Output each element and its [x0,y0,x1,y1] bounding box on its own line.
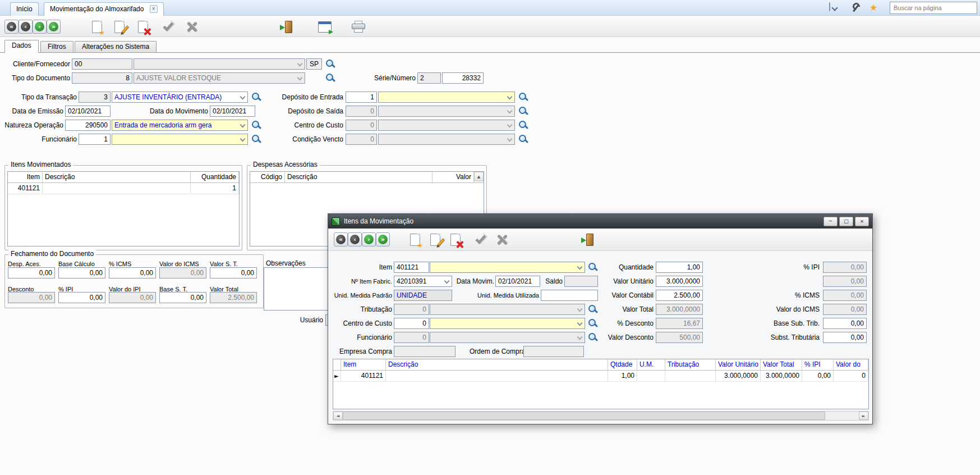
new-record-button[interactable]: ★ [88,19,107,35]
funcionario-code-field[interactable]: 1 [79,134,111,145]
funcionario-lookup-magnifier-icon[interactable] [251,134,261,144]
grid-row[interactable]: ► 401121 1,00 3.000,0000 3.000,0000 0,00… [333,371,868,382]
valor-unitario-field[interactable]: 3.000,0000 [656,276,703,287]
natureza-operacao-lookup-magnifier-icon[interactable] [251,120,261,130]
tab-movimentacao-label: Movimentação do Almoxarifado [50,5,144,13]
grid-horizontal-scrollbar[interactable]: ◄ ► [333,411,869,421]
exit-button[interactable] [277,19,296,35]
valor-st-field[interactable]: 0,00 [210,267,257,278]
nav-prior-button[interactable]: ‹ [19,20,33,34]
minimize-button[interactable]: ─ [823,217,838,226]
condicao-vencto-lookup-magnifier-icon[interactable] [518,134,528,144]
dlg-nav-first-button[interactable]: « [334,232,348,246]
item-code-field[interactable]: 401121 [394,262,429,273]
cancel-button[interactable] [182,19,202,35]
dlg-funcionario-lookup-magnifier-icon[interactable] [588,332,598,342]
numero-field[interactable]: 28332 [442,72,484,84]
dlg-nav-prior-button[interactable]: ‹ [348,232,362,246]
data-emissao-field[interactable]: 02/10/2021 [65,106,111,117]
valor-contabil-field[interactable]: 2.500,00 [656,290,703,301]
print-button[interactable] [349,19,368,35]
funcionario-combo[interactable] [112,134,248,145]
data-movim-field[interactable]: 02/10/2021 [495,276,540,287]
deposito-saida-lookup-magnifier-icon[interactable] [518,106,528,116]
serie-field[interactable]: 2 [417,72,441,84]
maximize-button[interactable]: □ [839,217,853,226]
ordem-compra-field[interactable] [523,346,584,357]
edit-record-button[interactable] [110,19,129,35]
cliente-fornecedor-combo[interactable] [134,58,305,70]
search-input[interactable] [890,2,977,14]
icms-pct-field[interactable]: 0,00 [109,267,156,278]
natureza-operacao-code-field[interactable]: 290500 [65,120,111,131]
col-valor-unitario: Valor Unitário [716,359,761,370]
dlg-edit-button[interactable] [426,231,445,248]
despesas-table-header: Código Descrição Valor [250,172,484,183]
table-row[interactable]: 401121 1 [8,183,239,194]
cliente-lookup-magnifier-icon[interactable] [325,59,335,69]
dlg-delete-button[interactable] [446,231,465,248]
nav-first-button[interactable]: « [4,20,19,34]
nav-last-button[interactable]: » [47,20,61,34]
delete-record-button[interactable] [134,19,153,35]
col-valor-do: Valor do [834,359,868,370]
empresa-compra-field[interactable] [394,346,456,357]
tab-alteracoes[interactable]: Alterações no Sistema [75,41,157,52]
valor-contabil-label: Valor Contábil [597,290,654,301]
centro-custo-lookup-magnifier-icon[interactable] [518,120,528,130]
tab-filtros[interactable]: Filtros [40,41,73,52]
favorites-star-icon[interactable]: ★ [869,3,877,13]
deposito-entrada-code-field[interactable]: 1 [346,92,377,103]
page-tabs: Dados Filtros Alterações no Sistema [0,39,980,53]
dropdown-panel-icon[interactable] [829,3,830,11]
scroll-right-icon[interactable]: ► [859,412,868,420]
quantidade-field[interactable]: 1,00 [656,262,703,273]
item-combo[interactable] [430,262,585,273]
dlg-centro-custo-code-field[interactable]: 0 [394,318,429,329]
tipo-transacao-combo[interactable]: AJUSTE INVENTÁRIO (ENTRADA) [112,92,248,103]
data-movimento-field[interactable]: 02/10/2021 [210,106,255,117]
scroll-up-icon[interactable]: ▲ [474,172,484,181]
unid-utilizada-field[interactable] [541,290,598,301]
tipo-documento-code-field[interactable]: 8 [72,72,132,84]
tipo-documento-combo[interactable]: AJUSTE VALOR ESTOQUE [134,72,305,84]
dialog-titlebar[interactable]: Itens da Movimentação ─ □ × [328,214,872,229]
deposito-entrada-combo[interactable] [378,92,515,103]
natureza-operacao-combo[interactable]: Entrada de mercadoria arm gera [112,120,248,131]
confirm-button[interactable] [158,19,178,35]
base-st-field[interactable]: 0,00 [159,292,206,303]
scroll-left-icon[interactable]: ◄ [333,412,343,420]
cliente-fornecedor-code-field[interactable]: 00 [72,58,132,70]
dlg-cancel-button[interactable] [492,231,512,248]
tipo-transacao-code-field[interactable]: 3 [79,92,111,103]
dlg-centro-custo-combo[interactable] [430,318,585,329]
cliente-fornecedor-label: Cliente/Fornecedor [4,58,70,70]
desp-aces-field[interactable]: 0,00 [8,267,55,278]
base-sub-trib-field[interactable]: 0,00 [823,318,867,329]
dlg-confirm-button[interactable] [471,231,491,248]
item-fabric-combo[interactable]: 42010391 [394,276,452,287]
nav-next-button[interactable]: › [33,20,47,34]
tipo-documento-lookup-magnifier-icon[interactable] [325,73,335,83]
dlg-exit-button[interactable] [578,231,597,248]
item-lookup-magnifier-icon[interactable] [588,262,598,272]
window-export-button[interactable] [315,19,334,35]
dlg-nav-last-button[interactable]: » [376,232,390,246]
deposito-entrada-lookup-magnifier-icon[interactable] [518,92,528,102]
tributacao-lookup-magnifier-icon[interactable] [588,304,598,314]
dlg-centro-custo-lookup-magnifier-icon[interactable] [588,318,598,328]
tab-movimentacao-almoxarifado[interactable]: Movimentação do Almoxarifado × [44,2,164,16]
valor-icms-field: 0,00 [823,304,867,315]
tab-inicio[interactable]: Início [10,2,39,16]
subst-tributaria-field[interactable]: 0,00 [823,332,867,343]
tipo-transacao-lookup-magnifier-icon[interactable] [251,92,261,102]
scrollbar-thumb[interactable] [343,412,825,420]
tab-dados[interactable]: Dados [4,40,39,53]
dlg-nav-next-button[interactable]: › [362,232,376,246]
ipi-pct-field[interactable]: 0,00 [58,292,105,303]
tab-close-icon[interactable]: × [150,5,158,13]
close-button[interactable]: × [855,217,869,226]
dlg-new-button[interactable]: ★ [406,231,425,248]
col-tributacao: Tributação [665,359,716,370]
base-calculo-field[interactable]: 0,00 [58,267,105,278]
